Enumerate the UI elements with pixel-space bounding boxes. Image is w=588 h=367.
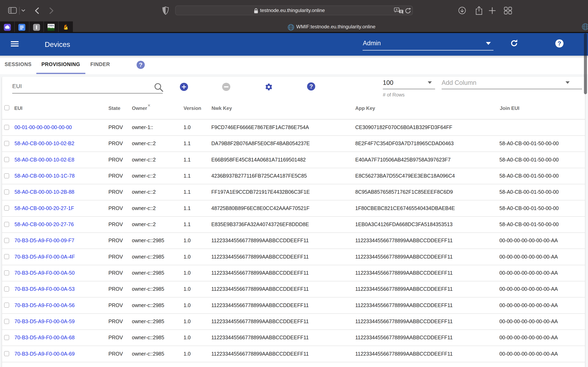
svg-text:USDA: USDA (48, 25, 54, 27)
svg-text:A: A (396, 8, 398, 11)
